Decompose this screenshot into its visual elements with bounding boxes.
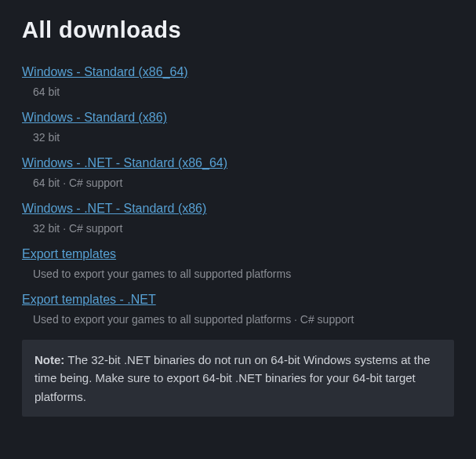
download-desc: Used to export your games to all support… [22, 313, 454, 326]
download-item: Export templates - .NET Used to export y… [22, 293, 454, 326]
download-item: Windows - .NET - Standard (x86_64) 64 bi… [22, 156, 454, 189]
download-desc: 64 bit [22, 86, 454, 98]
download-item: Windows - Standard (x86_64) 64 bit [22, 65, 454, 98]
download-item: Windows - Standard (x86) 32 bit [22, 111, 454, 144]
download-item: Export templates Used to export your gam… [22, 247, 454, 280]
download-link-windows-standard-x86[interactable]: Windows - Standard (x86) [22, 111, 167, 125]
download-desc: 32 bit [22, 131, 454, 144]
download-desc: 32 bit · C# support [22, 222, 454, 235]
download-link-windows-net-standard-x64[interactable]: Windows - .NET - Standard (x86_64) [22, 156, 227, 170]
download-desc: 64 bit · C# support [22, 177, 454, 189]
download-desc: Used to export your games to all support… [22, 268, 454, 280]
download-link-windows-net-standard-x86[interactable]: Windows - .NET - Standard (x86) [22, 202, 206, 216]
download-list: Windows - Standard (x86_64) 64 bit Windo… [22, 65, 454, 326]
page-title: All downloads [22, 17, 454, 43]
download-link-export-templates-net[interactable]: Export templates - .NET [22, 293, 156, 307]
download-link-windows-standard-x64[interactable]: Windows - Standard (x86_64) [22, 65, 188, 79]
note-box: Note: The 32-bit .NET binaries do not ru… [22, 340, 454, 417]
note-body: The 32-bit .NET binaries do not run on 6… [35, 353, 431, 403]
download-item: Windows - .NET - Standard (x86) 32 bit ·… [22, 202, 454, 235]
note-text: Note: The 32-bit .NET binaries do not ru… [35, 351, 441, 406]
download-link-export-templates[interactable]: Export templates [22, 247, 116, 261]
note-label: Note: [35, 353, 64, 366]
